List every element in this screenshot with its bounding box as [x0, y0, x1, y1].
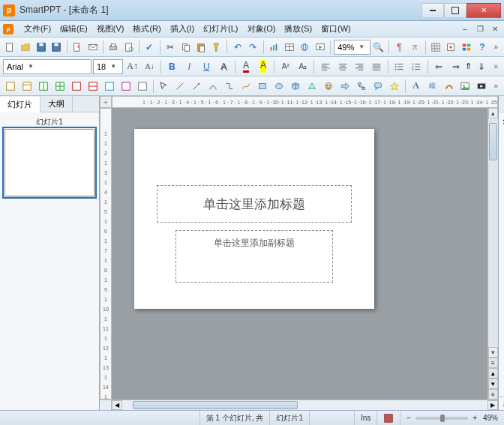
layout-9-button[interactable]	[135, 78, 150, 94]
tab-slides[interactable]: 幻灯片	[0, 97, 40, 112]
layout-1-button[interactable]	[3, 78, 18, 94]
zoom-in-button[interactable]: +	[472, 414, 477, 422]
open-button[interactable]	[19, 39, 33, 55]
hyperlink-button[interactable]	[298, 39, 312, 55]
nonprinting-button[interactable]: ¶	[392, 39, 406, 55]
stars-button[interactable]	[387, 78, 402, 94]
toolbar-overflow[interactable]: »	[490, 62, 501, 70]
export-button[interactable]	[70, 39, 85, 55]
slide-page[interactable]: 单击这里添加标题 单击这里添加副标题	[134, 129, 374, 309]
arrow-button[interactable]	[189, 78, 204, 94]
font-color-button[interactable]: A	[238, 58, 254, 75]
rectangle-button[interactable]	[255, 78, 270, 94]
italic-button[interactable]: I	[182, 58, 197, 75]
mdi-minimize[interactable]: –	[459, 24, 471, 34]
menu-play[interactable]: 播放(S)	[280, 22, 316, 36]
layout-2-button[interactable]	[20, 78, 34, 94]
minimize-button[interactable]	[422, 3, 444, 18]
insert-image-button[interactable]	[458, 78, 473, 94]
next-slide-button[interactable]: ≡	[488, 389, 498, 400]
highlight-button[interactable]: A	[256, 58, 272, 75]
layout-7-button[interactable]	[102, 78, 117, 94]
scroll-thumb[interactable]	[489, 123, 497, 160]
basic-shapes-button[interactable]	[304, 78, 320, 94]
zoom-in-button[interactable]: 🔍	[372, 39, 386, 55]
align-justify-button[interactable]	[369, 58, 385, 75]
scroll-up-button[interactable]: ▲	[488, 108, 498, 118]
layout-5-button[interactable]	[69, 78, 84, 94]
slide-thumb-1[interactable]	[4, 129, 94, 196]
layout-6-button[interactable]	[86, 78, 100, 94]
spellcheck-button[interactable]: ✓	[142, 39, 157, 55]
mdi-restore[interactable]: ❐	[474, 24, 486, 34]
align-right-button[interactable]	[352, 58, 368, 75]
chart-button[interactable]	[267, 39, 281, 55]
zoom-slider-knob[interactable]	[440, 415, 445, 422]
menu-file[interactable]: 文件(F)	[20, 22, 56, 36]
copy-button[interactable]	[178, 39, 193, 55]
underline-button[interactable]: U	[199, 58, 214, 75]
decrease-font-button[interactable]: A↓	[142, 58, 158, 75]
menu-format[interactable]: 格式(R)	[128, 22, 165, 36]
layout-3-button[interactable]	[36, 78, 51, 94]
toolbar-overflow[interactable]: »	[490, 82, 501, 90]
layout-4-button[interactable]	[52, 78, 68, 94]
horizontal-ruler[interactable]: 1 · 1 · 2 · 1 · 3 · 1 · 4 · 1 · 5 · 1 · …	[112, 96, 498, 108]
symbol-shapes-button[interactable]	[321, 78, 336, 94]
fontwork-button[interactable]	[442, 78, 457, 94]
increase-font-button[interactable]: A↑	[124, 58, 140, 75]
numbering-button[interactable]: 123	[409, 58, 424, 75]
title-placeholder[interactable]: 单击这里添加标题	[157, 185, 352, 223]
prev-build-button[interactable]: ▲	[488, 368, 498, 379]
vertical-ruler[interactable]: 1121314151617181911011111211311411511611…	[100, 108, 112, 400]
scroll-down-button[interactable]: ▼	[488, 347, 498, 358]
print-button[interactable]	[106, 39, 121, 55]
scroll-right-button[interactable]: ▶	[488, 400, 498, 410]
superscript-button[interactable]: A²	[278, 58, 293, 75]
menu-edit[interactable]: 编辑(E)	[56, 22, 92, 36]
grid-button[interactable]	[428, 39, 442, 55]
curve-button[interactable]	[206, 78, 220, 94]
slide-canvas[interactable]: 单击这里添加标题 单击这里添加副标题 ▲ ▼ ≡ ▲ ▼ ≡	[112, 108, 498, 400]
freeform-button[interactable]	[238, 78, 254, 94]
insert-movie-button[interactable]	[474, 78, 489, 94]
connector-button[interactable]	[222, 78, 237, 94]
status-ins-mode[interactable]: Ins	[355, 411, 377, 425]
undo-button[interactable]: ↶	[230, 39, 244, 55]
3d-shape-button[interactable]	[288, 78, 303, 94]
vertical-scrollbar[interactable]: ▲ ▼ ≡ ▲ ▼ ≡	[488, 108, 498, 400]
menu-insert[interactable]: 插入(I)	[166, 22, 199, 36]
print-preview-button[interactable]	[122, 39, 136, 55]
subtitle-placeholder[interactable]: 单击这里添加副标题	[176, 230, 333, 283]
menu-window[interactable]: 窗口(W)	[316, 22, 356, 36]
scroll-track[interactable]	[122, 400, 488, 410]
zoom-out-button[interactable]: −	[406, 414, 411, 422]
close-button[interactable]	[466, 3, 501, 18]
app-menu-icon[interactable]: p	[3, 24, 14, 34]
align-center-button[interactable]	[334, 58, 350, 75]
flowchart-button[interactable]	[354, 78, 369, 94]
save-as-button[interactable]	[50, 39, 64, 55]
font-size-combo[interactable]: 18▼	[93, 59, 123, 74]
move-down-button[interactable]: ⇓	[473, 58, 489, 75]
status-save-icon[interactable]	[377, 411, 400, 425]
paste-button[interactable]	[194, 39, 208, 55]
subscript-button[interactable]: A₂	[295, 58, 310, 75]
move-up-button[interactable]: ⇑	[465, 61, 472, 71]
mail-button[interactable]	[86, 39, 100, 55]
mdi-close[interactable]: ✕	[489, 24, 501, 34]
text-button[interactable]: A	[409, 78, 424, 94]
zoom-combo[interactable]: 49%▼	[334, 40, 370, 55]
tab-outline[interactable]: 大纲	[40, 96, 73, 112]
table-button[interactable]	[282, 39, 296, 55]
promote-button[interactable]: ⇐	[431, 58, 447, 75]
bullets-button[interactable]	[392, 58, 407, 75]
maximize-button[interactable]	[444, 3, 466, 18]
next-build-button[interactable]: ▼	[488, 379, 498, 389]
menu-slide[interactable]: 幻灯片(L)	[199, 22, 242, 36]
select-button[interactable]	[156, 78, 171, 94]
scroll-left-button[interactable]: ◀	[112, 400, 122, 410]
toolbar-overflow[interactable]: »	[490, 43, 501, 51]
bold-button[interactable]: B	[164, 58, 180, 75]
char-button[interactable]: π	[408, 39, 422, 55]
